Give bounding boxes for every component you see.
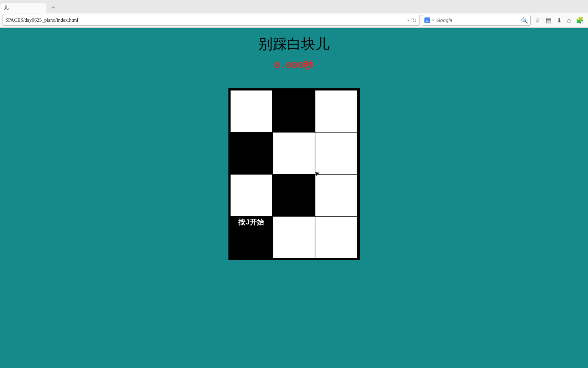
reload-icon[interactable]: ↻ [412, 17, 417, 24]
plus-icon: + [51, 4, 55, 11]
new-tab-button[interactable]: + [48, 2, 58, 13]
search-engine-icon[interactable]: g [424, 17, 430, 23]
piano-board: 按J开始 [228, 88, 360, 260]
board-row [230, 132, 358, 174]
piano-tile-white[interactable] [315, 216, 357, 258]
reader-icon[interactable]: ▤ [546, 17, 552, 24]
tab-bar: 儿 + [0, 0, 588, 13]
piano-tile-white[interactable] [230, 174, 273, 216]
downloads-icon[interactable]: ⬇ [557, 17, 562, 24]
board-row [230, 174, 358, 216]
piano-tile-white[interactable] [273, 216, 315, 258]
board-row: 按J开始 [230, 216, 358, 258]
game-title: 别踩白块儿 [0, 34, 588, 54]
tab-label: 儿 [4, 5, 9, 11]
toolbar-icons: ☆ ▤ ⬇ ⌂ 🧩 [533, 17, 586, 24]
piano-tile-black[interactable] [230, 132, 273, 174]
piano-tile-black[interactable] [273, 174, 315, 216]
search-box: g ▾ 🔍 [422, 15, 531, 26]
browser-tab[interactable]: 儿 [0, 2, 46, 13]
url-right: ▾ ↻ [407, 17, 417, 24]
search-input[interactable] [436, 17, 519, 23]
piano-tile-white[interactable] [315, 132, 357, 174]
bookmark-icon[interactable]: ☆ [535, 17, 541, 24]
piano-tile-white[interactable] [230, 90, 273, 132]
url-box[interactable]: SPACES/day0625_piano/index.html ▾ ↻ [2, 15, 420, 26]
start-tile[interactable]: 按J开始 [230, 216, 273, 258]
chevron-down-icon[interactable]: ▾ [407, 19, 409, 22]
chevron-down-icon[interactable]: ▾ [432, 19, 434, 22]
home-icon[interactable]: ⌂ [567, 17, 571, 24]
address-bar: SPACES/day0625_piano/index.html ▾ ↻ g ▾ … [0, 13, 588, 28]
game-timer: 0.000秒 [0, 59, 588, 71]
search-icon[interactable]: 🔍 [521, 17, 528, 24]
piano-tile-black[interactable] [273, 90, 315, 132]
piano-tile-white[interactable] [315, 174, 357, 216]
url-text: SPACES/day0625_piano/index.html [5, 17, 407, 23]
piano-tile-white[interactable] [315, 90, 357, 132]
board-row [230, 90, 358, 132]
addon-icon[interactable]: 🧩 [576, 17, 584, 24]
game-page: 别踩白块儿 0.000秒 按J开始 ➤ [0, 28, 588, 368]
piano-tile-white[interactable] [273, 132, 315, 174]
browser-chrome: 儿 + SPACES/day0625_piano/index.html ▾ ↻ … [0, 0, 588, 28]
